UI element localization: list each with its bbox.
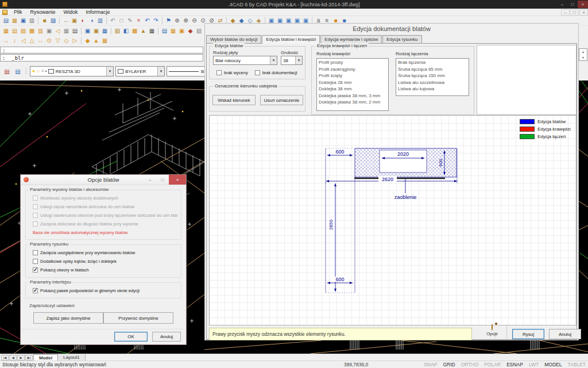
save-icon[interactable]: ▣ [19, 17, 28, 25]
list-item[interactable]: Doklejka płaska 38 mm, 2 mm [319, 99, 386, 106]
dim-center-icon[interactable]: ⊙ [45, 37, 53, 45]
erase-icon[interactable]: × [134, 17, 143, 25]
menu-widok[interactable]: Widok [60, 9, 82, 15]
toggle-tablet[interactable]: TABLET [568, 362, 586, 367]
worktop-tool-icon[interactable]: ▤ [71, 27, 79, 35]
new-icon[interactable]: ▤ [2, 17, 10, 25]
list-item[interactable]: Listwa alu kątowa [398, 86, 467, 93]
minimize-button[interactable]: – [557, 1, 567, 8]
worktop-tool-icon[interactable]: ▣ [45, 27, 53, 35]
dim-angle-icon[interactable]: △ [28, 37, 36, 45]
worktop-tool-icon[interactable]: ▲ [139, 27, 148, 35]
zoom-out-icon[interactable]: ⊖ [190, 17, 199, 25]
checkbox-brak-wyceny[interactable]: brak wyceny [216, 70, 248, 75]
command-input-line[interactable]: : _blr [0, 54, 203, 62]
mdi-close-button[interactable]: × [579, 9, 588, 16]
tab-wybor-blatow[interactable]: Wybór blatów do edycji [206, 35, 261, 43]
worktop-tool-icon[interactable]: ▦ [2, 27, 10, 35]
dim-aligned-icon[interactable]: ◁ [19, 37, 28, 45]
worktop-tool-icon[interactable]: ▦ [62, 27, 71, 35]
panel-cancel-button[interactable]: Anuluj [549, 329, 581, 339]
zoom-flag-icon[interactable]: ⚑ [164, 17, 173, 25]
checkbox-row[interactable]: Pokazuj pasek podpowiedzi w głównym okni… [33, 288, 177, 293]
paste-icon[interactable]: ▨ [49, 17, 57, 25]
list-item[interactable]: Doklejka 28 mm [319, 79, 386, 86]
ok-button[interactable]: OK [114, 332, 148, 342]
worktop-tool-icon[interactable]: ▦ [148, 27, 156, 35]
dim-leader-icon[interactable]: ▷ [71, 37, 79, 45]
worktop-tool-icon[interactable]: ▣ [83, 27, 92, 35]
menu-rysowanie[interactable]: Rysowanie [26, 9, 60, 15]
dialog-cancel-button[interactable]: Anuluj [152, 332, 181, 342]
rodzaj-krawedzi-list[interactable]: Profil prostyProfil zaokrąglonyProfil śc… [316, 58, 389, 111]
layers-blue-icon[interactable]: ▤ [13, 68, 22, 75]
prev-sheet-button[interactable]: ◀ [9, 355, 17, 361]
checkbox-row[interactable]: Dodatkowe opisy kątów, ścięć i doklejek [33, 259, 177, 264]
toggle-snap[interactable]: SNAP [424, 362, 437, 367]
menu-plik[interactable]: Plik [10, 9, 26, 15]
worktop-tool-icon[interactable]: ▥ [36, 27, 45, 35]
tab-edycja-wymiarow[interactable]: Edycja wymiarów i opisów [320, 35, 382, 43]
undo-icon[interactable]: ↶ [143, 17, 152, 25]
list-item[interactable]: Brak łączenia [398, 59, 467, 66]
dim-diameter-icon[interactable]: ◇ [62, 37, 71, 45]
worktop-tool-icon[interactable]: ▧ [113, 27, 122, 35]
dim-radius-icon[interactable]: ▽ [53, 37, 62, 45]
zoom-in-icon[interactable]: ⊕ [181, 17, 190, 25]
worktop-tool-icon[interactable]: ▧ [19, 27, 28, 35]
panel-scroll-spinner[interactable]: ▲ ▼ [579, 48, 587, 61]
rodzaj-plyty-combo[interactable]: Blat roboczy ▼ [213, 56, 277, 65]
list-item[interactable]: Profil zaokrąglony [319, 66, 386, 73]
toggle-grid[interactable]: GRID [443, 362, 455, 367]
dialog-minimize-button[interactable]: – [144, 175, 156, 185]
checkbox-row[interactable]: Usługi nawiercania otworów pod śruby łąc… [33, 213, 177, 218]
dialog-close-button[interactable]: × [169, 175, 186, 185]
checkbox-row[interactable]: Możliwość wyceny obrzeży dodatkowych [33, 195, 177, 201]
insert-icon[interactable]: ◑ [87, 17, 96, 25]
przywroc-domyslne-button[interactable]: Przywróć domyślne [103, 312, 173, 324]
checkbox-row[interactable]: Zacięcia uwzględniane przy wymiarowaniu … [33, 250, 177, 255]
dialog-restore-button[interactable]: □ [156, 175, 169, 185]
toggle-polar[interactable]: POLAR [484, 362, 501, 367]
worktop-tool-icon[interactable]: ▦ [169, 27, 177, 35]
dim-baseline-icon[interactable]: ↔ [36, 37, 45, 45]
worktop-tool-icon[interactable]: ▣ [177, 27, 186, 35]
chevron-down-icon[interactable]: ▼ [106, 67, 113, 76]
list-item[interactable]: Profil ścięty [319, 72, 386, 79]
chevron-down-icon[interactable]: ▼ [295, 56, 302, 64]
options-button[interactable]: Opcje [482, 324, 502, 336]
region-icon[interactable]: ↶ [109, 17, 117, 25]
chevron-down-icon[interactable]: ▼ [157, 67, 164, 76]
list-item[interactable]: Doklejka 38 mm [319, 86, 386, 93]
worktop-drawing-area[interactable]: 600 2020 600 2620 2850 600 zaoblenie Edy… [209, 115, 577, 325]
draw-button[interactable]: Rysuj [512, 329, 544, 339]
rodzaj-laczenia-list[interactable]: Brak łączeniaŚruba łącząca 65 mmŚruba łą… [396, 58, 469, 96]
toggle-lwt[interactable]: LWT [529, 362, 539, 367]
worktop-tool-icon[interactable]: ▩ [130, 27, 139, 35]
list-item[interactable]: Doklejka płaska 38 mm, 3 mm [319, 93, 386, 99]
worktop-tool-icon[interactable]: ▩ [28, 27, 36, 35]
checkbox-row[interactable]: Pokazuj otwory w blatach [33, 267, 177, 273]
scroll-up-icon[interactable]: ▲ [582, 50, 585, 53]
mdi-minimize-button[interactable]: – [561, 9, 570, 16]
rectangle-icon[interactable]: □ [117, 17, 126, 25]
worktop-tool-icon[interactable]: ◆ [186, 27, 195, 35]
list-item[interactable]: Śruba łącząca 150 mm [398, 72, 467, 79]
zapisz-domyslne-button[interactable]: Zapisz jako domyślne [33, 312, 103, 324]
worktop-tool-icon[interactable]: ▤ [10, 27, 19, 35]
menu-informacje[interactable]: Informacje [82, 9, 114, 15]
worktop-tool-icon[interactable]: ▣ [92, 27, 100, 35]
dim-style-icon[interactable]: ▲ [92, 37, 100, 45]
dim-update-icon[interactable]: ▦ [100, 37, 109, 45]
checkbox-brak-dokumentacji[interactable]: brak dokumentacji [255, 70, 297, 75]
worktop-tool-icon[interactable]: ◁ [53, 27, 62, 35]
list-item[interactable]: Listwa alu szczelinowa [398, 79, 467, 86]
layers-red-icon[interactable]: ▤ [2, 68, 11, 75]
list-item[interactable]: Profil prosty [319, 59, 386, 66]
toggle-esnap[interactable]: ESNAP [506, 362, 523, 367]
worktop-tool-icon[interactable]: ▦ [100, 27, 109, 35]
mirror-icon[interactable]: ▥ [96, 17, 105, 25]
color-combo[interactable]: BYLAYER ▼ [115, 66, 165, 76]
toggle-model[interactable]: MODEL [544, 362, 562, 367]
checkbox-row[interactable]: Usługi cięcia narożników doliczane do ce… [33, 204, 177, 209]
